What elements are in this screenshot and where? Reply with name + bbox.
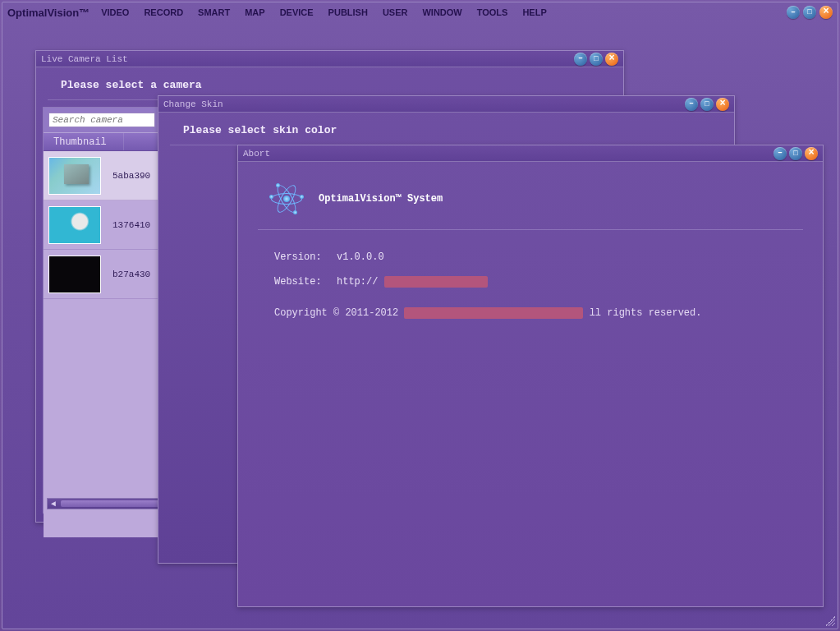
copyright-row: Copyright © 2011-2012 ll rights reserved… [258, 294, 803, 319]
camera-label: 5aba390 [106, 171, 150, 181]
menu-publish[interactable]: PUBLISH [328, 7, 368, 17]
close-icon[interactable] [819, 6, 833, 19]
menu-smart[interactable]: SMART [198, 7, 230, 17]
scroll-left-icon[interactable]: ◄ [48, 499, 59, 509]
search-input[interactable] [48, 113, 155, 127]
divider [258, 229, 803, 230]
maximize-icon[interactable] [590, 53, 603, 66]
menu-user[interactable]: USER [383, 7, 408, 17]
camera-thumbnail-icon [48, 206, 101, 244]
copyright-prefix: Copyright © 2011-2012 [274, 307, 398, 319]
minimize-icon[interactable] [685, 98, 698, 111]
close-icon[interactable] [805, 147, 818, 160]
copyright-suffix: ll rights reserved. [590, 307, 702, 319]
version-label: Version: [274, 251, 337, 263]
skin-titlebar[interactable]: Change Skin [158, 96, 734, 113]
abort-window: Abort OptimalVision™ System Version: [237, 145, 824, 607]
camera-thumbnail-icon [48, 256, 101, 293]
app-title: OptimalVision™ [7, 7, 90, 19]
minimize-icon[interactable] [574, 53, 587, 66]
close-icon[interactable] [716, 98, 729, 111]
main-menu: VIDEO RECORD SMART MAP DEVICE PUBLISH US… [101, 7, 547, 17]
maximize-icon[interactable] [803, 6, 816, 19]
abort-content: OptimalVision™ System Version: v1.0.0.0 … [238, 162, 823, 335]
version-value: v1.0.0.0 [337, 251, 384, 263]
website-row: Website: http:// [258, 269, 803, 294]
redacted-mark [384, 276, 488, 288]
website-label: Website: [274, 276, 337, 288]
resize-grip-icon[interactable] [825, 616, 835, 626]
abort-logo-row: OptimalVision™ System [258, 178, 803, 229]
camera-label: b27a430 [106, 269, 150, 279]
minimize-icon[interactable] [787, 6, 800, 19]
camera-thumbnail-icon [48, 157, 101, 195]
atom-logo-icon [269, 182, 304, 216]
skin-heading: Please select skin color [158, 113, 734, 145]
maximize-icon[interactable] [789, 147, 802, 160]
app-window-buttons [787, 6, 833, 19]
website-link-text[interactable]: http:// [337, 276, 378, 288]
live-titlebar[interactable]: Live Camera List [36, 51, 623, 67]
camera-label: 1376410 [106, 220, 150, 230]
redacted-mark [404, 307, 583, 319]
abort-title: Abort [243, 149, 773, 159]
menu-video[interactable]: VIDEO [101, 7, 129, 17]
app-titlebar: OptimalVision™ VIDEO RECORD SMART MAP DE… [2, 2, 838, 22]
abort-titlebar[interactable]: Abort [238, 145, 823, 162]
menu-device[interactable]: DEVICE [280, 7, 314, 17]
close-icon[interactable] [605, 53, 618, 66]
menu-record[interactable]: RECORD [144, 7, 183, 17]
col-thumbnail[interactable]: Thumbnail [44, 133, 124, 150]
maximize-icon[interactable] [700, 98, 714, 111]
menu-map[interactable]: MAP [245, 7, 264, 17]
live-title: Live Camera List [41, 54, 574, 64]
minimize-icon[interactable] [773, 147, 787, 160]
website-value[interactable]: http:// [337, 276, 488, 288]
menu-help[interactable]: HELP [522, 7, 546, 17]
app-frame: OptimalVision™ VIDEO RECORD SMART MAP DE… [2, 2, 838, 629]
version-row: Version: v1.0.0.0 [258, 245, 803, 269]
menu-tools[interactable]: TOOLS [477, 7, 508, 17]
menu-window[interactable]: WINDOW [422, 7, 461, 17]
skin-title: Change Skin [163, 99, 685, 109]
system-name: OptimalVision™ System [319, 193, 443, 205]
